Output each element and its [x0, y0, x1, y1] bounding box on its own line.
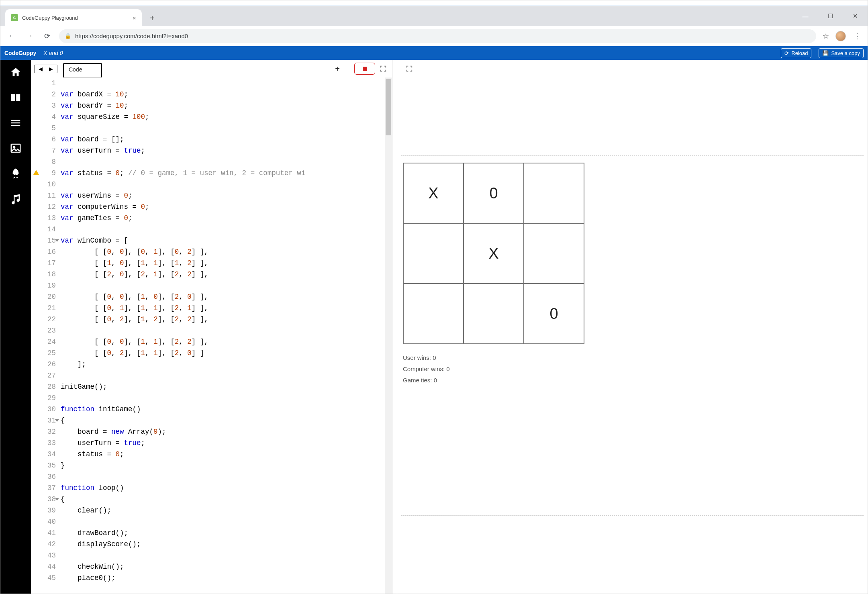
save-label: Save a copy [831, 50, 860, 56]
code-tab[interactable]: Code [63, 63, 102, 78]
editor-scrollbar[interactable] [385, 78, 392, 594]
new-tab-button[interactable]: + [144, 10, 160, 26]
url-text: https://codeguppy.com/code.html?t=xand0 [75, 33, 188, 39]
tab-nav-arrows: ◀ ▶ [34, 65, 57, 73]
board-cell[interactable] [464, 284, 524, 344]
music-icon[interactable] [10, 193, 22, 206]
expand-editor-button[interactable] [378, 65, 389, 72]
browser-tab[interactable]: G CodeGuppy Playground × [5, 9, 142, 26]
minimize-button[interactable]: — [793, 6, 818, 26]
browser-tabstrip: G CodeGuppy Playground × + — ☐ ✕ [0, 6, 868, 26]
browser-menu-button[interactable]: ⋮ [852, 32, 862, 41]
score-ties: Game ties: 0 [403, 375, 450, 386]
app-brand[interactable]: CodeGuppy [4, 50, 36, 56]
pane-splitter[interactable] [392, 60, 397, 594]
tictactoe-board[interactable]: X0X0 [403, 163, 584, 344]
output-pane: X0X0 User wins: 0 Computer wins: 0 Game … [397, 60, 868, 594]
reload-button[interactable]: ⟳ [41, 32, 53, 41]
workspace: ◀ ▶ Code + 123456789 [31, 60, 868, 594]
rocket-icon[interactable] [10, 167, 22, 181]
back-button[interactable]: ← [6, 32, 17, 40]
board-cell[interactable]: 0 [464, 163, 524, 223]
board-cell[interactable]: X [464, 223, 524, 284]
reload-icon: ⟳ [784, 50, 789, 56]
editor-tab-row: ◀ ▶ Code + [31, 60, 392, 78]
menu-icon[interactable] [10, 117, 22, 130]
book-icon[interactable] [10, 92, 22, 105]
reload-label: Reload [791, 50, 808, 56]
editor-pane: ◀ ▶ Code + 123456789 [31, 60, 392, 594]
expand-output-button[interactable] [404, 65, 415, 72]
score-user: User wins: 0 [403, 352, 450, 363]
code-area[interactable]: var boardX = 10;var boardY = 10;var squa… [61, 78, 392, 594]
score-computer: Computer wins: 0 [403, 363, 450, 375]
board-cell[interactable]: 0 [524, 284, 584, 344]
favicon-icon: G [11, 14, 18, 21]
window-controls: — ☐ ✕ [793, 6, 868, 26]
save-icon: 💾 [822, 50, 829, 56]
board-cell[interactable] [403, 284, 464, 344]
output-toolbar [397, 60, 868, 78]
app-body: ◀ ▶ Code + 123456789 [0, 60, 868, 594]
board-cell[interactable] [524, 163, 584, 223]
app-header: CodeGuppy X and 0 ⟳ Reload 💾 Save a copy [0, 46, 868, 60]
board-cell[interactable]: X [403, 163, 464, 223]
line-gutter: 1234567891011121314151617181920212223242… [31, 78, 61, 594]
maximize-button[interactable]: ☐ [818, 6, 843, 26]
project-name: X and 0 [43, 50, 63, 56]
home-icon[interactable] [10, 66, 22, 80]
canvas-top-divider [401, 155, 864, 156]
board-cell[interactable] [524, 223, 584, 284]
image-icon[interactable] [10, 142, 22, 155]
left-nav [0, 60, 31, 594]
scrollbar-thumb[interactable] [386, 79, 391, 135]
score-panel: User wins: 0 Computer wins: 0 Game ties:… [403, 352, 450, 386]
board-cell[interactable] [403, 223, 464, 284]
profile-avatar[interactable] [835, 31, 846, 41]
save-copy-button[interactable]: 💾 Save a copy [819, 48, 864, 58]
stop-button[interactable] [354, 63, 375, 75]
stop-icon [363, 67, 367, 71]
tab-prev-icon[interactable]: ◀ [37, 66, 44, 72]
lock-icon: 🔒 [65, 33, 71, 39]
bookmark-star-icon[interactable]: ☆ [823, 32, 829, 41]
forward-button[interactable]: → [24, 32, 35, 40]
close-window-button[interactable]: ✕ [843, 6, 868, 26]
svg-point-1 [13, 147, 15, 148]
address-bar: ← → ⟳ 🔒 https://codeguppy.com/code.html?… [0, 26, 868, 46]
output-canvas: X0X0 User wins: 0 Computer wins: 0 Game … [397, 78, 868, 594]
reload-project-button[interactable]: ⟳ Reload [781, 48, 811, 58]
tab-close-icon[interactable]: × [133, 14, 136, 21]
canvas-bottom-divider [401, 515, 864, 516]
window-titlebar [0, 0, 868, 6]
code-editor[interactable]: 1234567891011121314151617181920212223242… [31, 78, 392, 594]
url-box[interactable]: 🔒 https://codeguppy.com/code.html?t=xand… [59, 29, 816, 43]
tab-next-icon[interactable]: ▶ [47, 66, 55, 72]
browser-window: G CodeGuppy Playground × + — ☐ ✕ ← → ⟳ 🔒… [0, 0, 868, 594]
tab-title: CodeGuppy Playground [22, 15, 129, 21]
add-tab-button[interactable]: + [332, 64, 343, 73]
